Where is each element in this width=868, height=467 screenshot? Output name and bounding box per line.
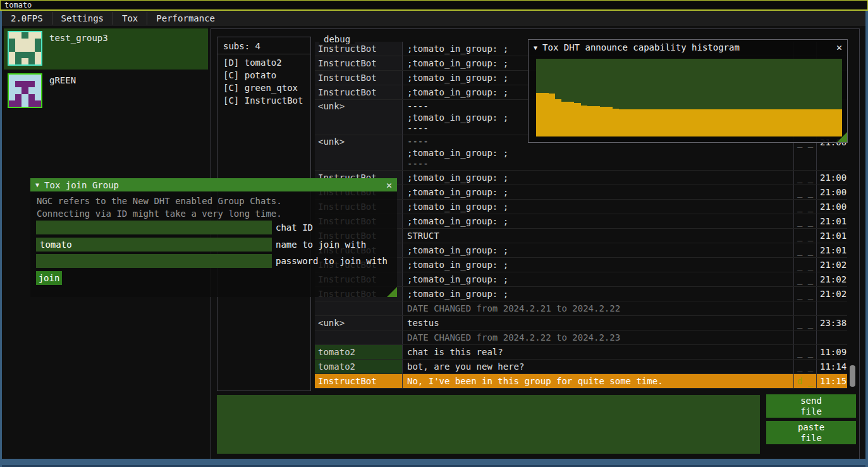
message-line: testus [407,316,793,330]
histogram-bar [714,109,721,136]
avatar-pixel [15,94,21,100]
message-row[interactable]: <unk>testus_ _23:38 [315,316,847,331]
histogram-bar [644,109,651,136]
avatar-pixel [28,87,35,94]
avatar-pixel [15,87,21,94]
member-item[interactable]: [C] potato [217,69,310,82]
histogram-window-title: Tox DHT announce capability histogram [542,42,740,52]
message-line: ;tomato_in_group: ; [407,287,793,301]
collapse-icon[interactable]: ▼ [534,44,537,51]
message-time: 21:00 [816,171,847,185]
member-item[interactable]: [C] InstructBot [217,94,310,107]
histogram-bar [638,109,644,136]
join-dialog-description: NGC refers to the New DHT enabled Group … [37,196,282,206]
paste-file-button[interactable]: paste file [766,421,856,444]
histogram-bar [676,109,683,136]
member-item[interactable]: [D] tomato2 [217,56,310,69]
message-line: ---- [407,159,793,170]
window-border-right [865,11,868,467]
message-row[interactable]: tomato2bot, are you new here?_ _11:14 [315,360,847,374]
histogram-bar [581,106,587,136]
avatar-pixel [21,52,28,58]
message-text: ;tomato_in_group: ; [403,200,793,214]
join-dialog-titlebar[interactable]: ▼ Tox join Group [30,178,397,191]
chat-id-field[interactable] [36,221,272,234]
histogram-bar [689,109,695,136]
message-sender: <unk> [315,135,403,170]
menu-item-fps[interactable]: 2.0FPS [2,11,52,26]
member-count: subs: 4 [223,41,260,51]
message-flags: _ _ [793,229,816,243]
send-file-button[interactable]: send file [766,394,856,418]
avatar-pixel [15,58,21,64]
close-icon[interactable]: ✕ [386,179,392,191]
message-line: ;tomato_in_group: ; [407,272,793,286]
avatar-pixel [28,52,35,58]
message-sender [315,331,403,344]
message-line: ;tomato_in_group: ; [407,200,793,214]
histogram-bar [727,109,733,136]
join-dialog-title: Tox join Group [44,180,119,190]
join-password-label: password to join with [276,254,388,268]
menu-item-settings[interactable]: Settings [52,11,113,26]
histogram-bar [766,109,772,136]
message-row[interactable]: DATE CHANGED from 2024.2.22 to 2024.2.23 [315,331,847,345]
message-text: ;tomato_in_group: ; [403,258,793,272]
group-item-test-group3[interactable]: test_group3 [4,28,208,70]
avatar-pixel [9,87,15,94]
avatar-pixel [21,87,28,94]
message-time: 21:00 [816,200,847,214]
window-title: tomato [4,1,32,9]
message-time: 11:09 [816,345,847,359]
avatar-pixel [15,45,21,51]
histogram-bar [651,109,657,136]
message-row[interactable]: tomato2chat is this real?_ _11:09 [315,345,847,360]
histogram-bar [600,107,606,136]
collapse-icon[interactable]: ▼ [35,181,39,188]
histogram-bar [625,109,632,136]
join-button[interactable]: join [36,271,62,285]
message-sender: InstructBot [315,374,403,388]
join-name-field[interactable] [36,238,272,252]
menu-item-tox[interactable]: Tox [113,11,147,26]
avatar-pixel [28,39,35,45]
close-icon[interactable]: ✕ [836,42,842,53]
window-title-bar[interactable]: tomato [0,0,868,11]
group-item-green[interactable]: gREEN [4,71,208,112]
group-avatar [8,31,42,66]
member-item[interactable]: [C] green_qtox [217,82,310,94]
histogram-window-titlebar[interactable]: ▼ Tox DHT announce capability histogram [529,40,847,55]
message-sender: InstructBot [315,56,403,70]
message-line: STRUCT [407,229,793,243]
avatar-pixel [9,45,15,51]
resize-grip[interactable] [837,132,847,142]
message-time: 21:02 [816,287,847,301]
message-time: 21:02 [816,258,847,272]
avatar-pixel [9,81,15,87]
message-row[interactable]: InstructBotNo, I've been in this group f… [315,374,847,389]
menu-item-performance[interactable]: Performance [147,11,224,26]
message-flags: _ _ [793,345,816,359]
member-list: [D] tomato2[C] potato[C] green_qtox[C] I… [217,56,310,107]
tab-debug[interactable]: debug [319,34,355,44]
join-password-field[interactable] [36,254,272,268]
histogram-bar [594,106,600,136]
avatar-pixel [15,39,21,45]
histogram-bar [823,109,829,136]
histogram-bar [606,107,613,136]
avatar-pixel [21,32,28,39]
avatar-pixel [15,75,21,81]
chat-scrollbar-thumb[interactable] [850,365,855,387]
message-row[interactable]: DATE CHANGED from 2024.2.21 to 2024.2.22 [315,301,847,316]
message-text: DATE CHANGED from 2024.2.22 to 2024.2.23 [403,331,793,344]
histogram-bar [683,109,689,136]
message-time: 21:01 [816,229,847,243]
avatar-pixel [28,58,35,64]
resize-grip[interactable] [387,287,397,297]
avatar-pixel [35,81,41,87]
avatar-pixel [21,94,28,100]
message-line: bot, are you new here? [407,360,793,373]
message-text: ;tomato_in_group: ; [403,272,793,286]
message-input[interactable] [217,395,760,454]
histogram-plot [536,59,842,136]
